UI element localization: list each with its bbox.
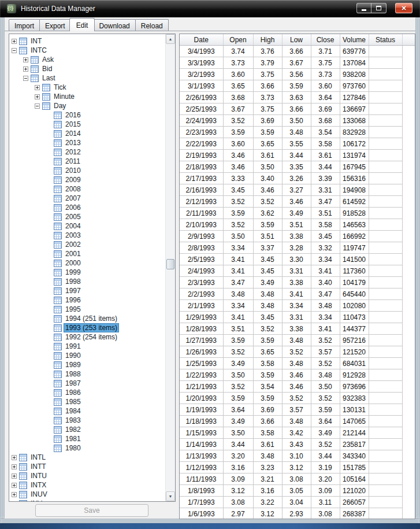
expand-icon[interactable] bbox=[23, 66, 28, 72]
grid-cell-close[interactable]: 3.31 bbox=[311, 184, 340, 196]
grid-cell-open[interactable]: 3.44 bbox=[223, 439, 253, 450]
grid-cell-close[interactable]: 3.69 bbox=[311, 103, 340, 115]
grid-cell-low[interactable]: 3.56 bbox=[282, 69, 311, 80]
grid-cell-date[interactable]: 1/25/1993 bbox=[180, 358, 223, 369]
table-row[interactable]: 1/28/19933.513.523.383.41144377 bbox=[180, 323, 415, 335]
grid-cell-volume[interactable]: 147065 bbox=[340, 416, 369, 427]
grid-cell-volume[interactable]: 136697 bbox=[340, 103, 369, 115]
grid-cell-status[interactable] bbox=[369, 508, 402, 520]
grid-cell-open[interactable]: 3.50 bbox=[223, 369, 253, 381]
grid-cell-close[interactable]: 3.08 bbox=[311, 508, 340, 520]
grid-cell-volume[interactable]: 144377 bbox=[340, 323, 369, 335]
minimize-button[interactable] bbox=[356, 3, 371, 13]
grid-cell-open[interactable]: 3.52 bbox=[223, 381, 253, 393]
grid-cell-open[interactable]: 3.51 bbox=[223, 323, 253, 335]
grid-cell-status[interactable] bbox=[369, 184, 402, 196]
grid-cell-volume[interactable]: 104179 bbox=[340, 277, 369, 288]
tree-item-2002[interactable]: 2002 bbox=[9, 240, 165, 249]
grid-cell-high[interactable]: 3.59 bbox=[253, 219, 282, 231]
grid-cell-status[interactable] bbox=[369, 473, 402, 485]
grid-cell-open[interactable]: 3.64 bbox=[223, 404, 253, 416]
grid-cell-close[interactable]: 3.52 bbox=[311, 439, 340, 450]
grid-cell-close[interactable]: 3.58 bbox=[311, 138, 340, 150]
grid-cell-volume[interactable]: 121520 bbox=[340, 346, 369, 358]
grid-cell-low[interactable]: 3.43 bbox=[282, 439, 311, 450]
tree-item-2012[interactable]: 2012 bbox=[9, 147, 165, 157]
grid-cell-open[interactable]: 3.49 bbox=[223, 416, 253, 427]
table-row[interactable]: 2/11/19933.593.623.493.51918528 bbox=[180, 208, 415, 219]
grid-cell-close[interactable]: 3.75 bbox=[311, 57, 340, 69]
tree-item-last[interactable]: Last bbox=[9, 73, 165, 83]
grid-cell-open[interactable]: 3.16 bbox=[223, 462, 253, 473]
grid-cell-high[interactable]: 3.22 bbox=[253, 497, 282, 508]
collapse-icon[interactable] bbox=[12, 48, 17, 53]
grid-cell-close[interactable]: 3.48 bbox=[311, 300, 340, 312]
collapse-icon[interactable] bbox=[23, 76, 28, 81]
tree-item-2006[interactable]: 2006 bbox=[9, 203, 165, 212]
grid-cell-close[interactable]: 3.19 bbox=[311, 462, 340, 473]
grid-cell-date[interactable]: 1/12/1993 bbox=[180, 462, 223, 473]
grid-cell-volume[interactable]: 343340 bbox=[340, 450, 369, 462]
expand-icon[interactable] bbox=[12, 455, 17, 460]
table-row[interactable]: 2/2/19933.483.483.413.47645440 bbox=[180, 288, 415, 300]
collapse-icon[interactable] bbox=[35, 103, 40, 109]
grid-cell-close[interactable]: 3.71 bbox=[311, 46, 340, 57]
grid-cell-high[interactable]: 3.75 bbox=[253, 103, 282, 115]
save-button[interactable]: Save bbox=[35, 504, 148, 517]
grid-cell-date[interactable]: 2/5/1993 bbox=[180, 254, 223, 265]
grid-cell-open[interactable]: 3.59 bbox=[223, 335, 253, 346]
tree-item-1988[interactable]: 1988 bbox=[9, 369, 165, 379]
tree-item-intt[interactable]: INTT bbox=[9, 462, 165, 471]
grid-cell-date[interactable]: 3/1/1993 bbox=[180, 80, 223, 92]
grid-cell-close[interactable]: 3.41 bbox=[311, 265, 340, 277]
tree-item-1984[interactable]: 1984 bbox=[9, 406, 165, 416]
grid-cell-high[interactable]: 3.48 bbox=[253, 288, 282, 300]
table-row[interactable]: 1/27/19933.593.593.483.52957216 bbox=[180, 335, 415, 346]
grid-cell-status[interactable] bbox=[369, 92, 402, 103]
table-row[interactable]: 1/7/19933.083.223.043.11266057 bbox=[180, 497, 415, 508]
grid-cell-high[interactable]: 3.49 bbox=[253, 277, 282, 288]
grid-cell-close[interactable]: 3.44 bbox=[311, 161, 340, 173]
grid-cell-low[interactable]: 3.38 bbox=[282, 231, 311, 242]
grid-cell-high[interactable]: 3.45 bbox=[253, 265, 282, 277]
grid-cell-high[interactable]: 3.54 bbox=[253, 381, 282, 393]
tree-item-ask[interactable]: Ask bbox=[9, 55, 165, 64]
column-header-high[interactable]: High bbox=[253, 34, 282, 46]
tree-item-1997[interactable]: 1997 bbox=[9, 286, 165, 295]
grid-cell-status[interactable] bbox=[369, 127, 402, 138]
grid-cell-open[interactable]: 3.45 bbox=[223, 184, 253, 196]
column-header-open[interactable]: Open bbox=[223, 34, 253, 46]
grid-cell-status[interactable] bbox=[369, 69, 402, 80]
grid-cell-status[interactable] bbox=[369, 312, 402, 323]
table-row[interactable]: 1/18/19933.493.663.483.64147065 bbox=[180, 416, 415, 427]
table-row[interactable]: 1/15/19933.503.583.423.49212144 bbox=[180, 427, 415, 439]
tree-item-2005[interactable]: 2005 bbox=[9, 212, 165, 221]
table-row[interactable]: 1/26/19933.523.653.523.57121520 bbox=[180, 346, 415, 358]
grid-cell-date[interactable]: 1/28/1993 bbox=[180, 323, 223, 335]
grid-cell-open[interactable]: 3.73 bbox=[223, 57, 253, 69]
grid-cell-volume[interactable]: 131974 bbox=[340, 150, 369, 161]
grid-cell-close[interactable]: 3.47 bbox=[311, 288, 340, 300]
tree-item-inuv[interactable]: INUV bbox=[9, 490, 165, 499]
grid-cell-volume[interactable]: 194908 bbox=[340, 184, 369, 196]
close-button[interactable]: ✕ bbox=[395, 3, 412, 13]
grid-cell-date[interactable]: 2/8/1993 bbox=[180, 242, 223, 254]
grid-cell-open[interactable]: 3.52 bbox=[223, 346, 253, 358]
grid-cell-volume[interactable]: 110473 bbox=[340, 312, 369, 323]
grid-cell-volume[interactable]: 266057 bbox=[340, 497, 369, 508]
grid-cell-status[interactable] bbox=[369, 439, 402, 450]
expand-icon[interactable] bbox=[35, 85, 40, 90]
grid-cell-volume[interactable]: 639776 bbox=[340, 46, 369, 57]
grid-cell-volume[interactable]: 166992 bbox=[340, 231, 369, 242]
scroll-thumb[interactable] bbox=[166, 259, 174, 269]
grid-cell-high[interactable]: 3.50 bbox=[253, 161, 282, 173]
grid-cell-high[interactable]: 3.21 bbox=[253, 473, 282, 485]
grid-cell-close[interactable]: 3.49 bbox=[311, 427, 340, 439]
grid-cell-open[interactable]: 3.67 bbox=[223, 103, 253, 115]
grid-cell-low[interactable]: 3.50 bbox=[282, 115, 311, 127]
expand-icon[interactable] bbox=[23, 57, 28, 62]
table-row[interactable]: 1/14/19933.443.613.433.52235817 bbox=[180, 439, 415, 450]
grid-cell-open[interactable]: 3.60 bbox=[223, 138, 253, 150]
grid-cell-low[interactable]: 3.67 bbox=[282, 57, 311, 69]
grid-cell-close[interactable]: 3.59 bbox=[311, 404, 340, 416]
